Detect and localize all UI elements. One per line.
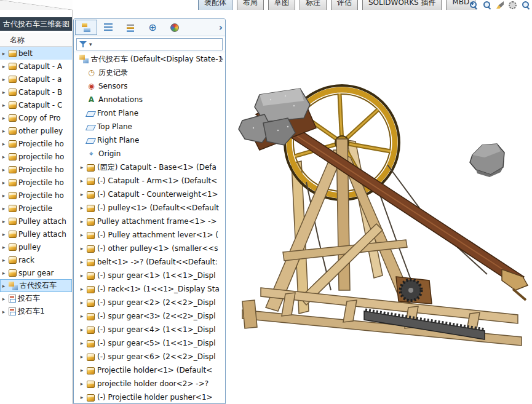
zoom-in-icon[interactable]	[469, 1, 478, 9]
feature-tree-row[interactable]: Front Plane	[74, 106, 225, 120]
ribbon-tab[interactable]: 标注	[300, 0, 327, 10]
file-row[interactable]: pulley	[0, 240, 72, 253]
expand-arrow-icon[interactable]	[1, 128, 7, 134]
search-icon[interactable]	[522, 1, 530, 9]
file-row[interactable]: 投石车1	[0, 305, 72, 318]
file-row[interactable]: Copy of Pro	[0, 111, 72, 124]
scroll-up-icon[interactable]	[220, 55, 223, 61]
expand-arrow-icon[interactable]	[1, 257, 7, 263]
file-row[interactable]: Catapult - a	[0, 73, 72, 85]
feature-tree-row[interactable]: (-) Catapult - Counterweight<1>	[74, 188, 225, 201]
feature-tree-row[interactable]: 历史记录	[74, 66, 225, 79]
file-row[interactable]: other pulley	[0, 124, 72, 137]
expand-arrow-icon[interactable]	[79, 299, 85, 306]
file-row[interactable]: rack	[0, 253, 72, 266]
file-list-header[interactable]: 名称	[0, 33, 72, 47]
tab-propertymanager[interactable]	[97, 20, 119, 35]
expand-arrow-icon[interactable]	[1, 309, 7, 315]
expand-arrow-icon[interactable]	[1, 167, 7, 173]
file-row[interactable]: Pulley attach	[0, 215, 72, 228]
file-row[interactable]: Pulley attach	[0, 228, 72, 240]
ribbon-tab[interactable]: 布局	[237, 0, 264, 10]
expand-arrow-icon[interactable]	[79, 272, 85, 279]
feature-tree-row[interactable]: projectile holder door<2> ->?	[74, 377, 225, 390]
edit-icon[interactable]	[496, 1, 504, 9]
tree-filter-input[interactable]	[76, 38, 223, 50]
file-row[interactable]: projectile ho	[0, 150, 72, 163]
expand-arrow-icon[interactable]	[1, 192, 7, 199]
expand-arrow-icon[interactable]	[79, 178, 85, 184]
tab-configurationmanager[interactable]	[119, 20, 141, 35]
expand-arrow-icon[interactable]	[79, 354, 85, 360]
expand-arrow-icon[interactable]	[1, 76, 7, 82]
expand-arrow-icon[interactable]	[1, 296, 7, 302]
expand-arrow-icon[interactable]	[1, 102, 7, 108]
file-row[interactable]: Projectile ho	[0, 176, 72, 189]
zoom-to-area-icon[interactable]	[483, 1, 491, 9]
feature-tree-row[interactable]: (-) Catapult - Arm<1> (Default<	[74, 174, 225, 188]
expand-arrow-icon[interactable]	[1, 205, 7, 212]
expand-arrow-icon[interactable]	[79, 394, 85, 400]
tab-featuremanager-tree[interactable]	[75, 20, 97, 35]
tab-displaymanager[interactable]	[164, 20, 186, 35]
feature-tree-row[interactable]: (-) spur gear<1> (1<<1>_Displ	[74, 269, 225, 282]
feature-tree-row[interactable]: Right Plane	[74, 133, 225, 147]
feature-tree-row[interactable]: Top Plane	[74, 120, 225, 133]
file-row[interactable]: Catapult - A	[0, 60, 72, 73]
feature-tree-row[interactable]: (-) spur gear<2> (2<<2>_Displ	[74, 296, 225, 309]
feature-tree-row[interactable]: (-) Pulley attachment lever<1> (	[74, 228, 225, 242]
expand-arrow-icon[interactable]	[79, 191, 85, 197]
expand-arrow-icon[interactable]	[79, 327, 85, 333]
expand-arrow-icon[interactable]	[1, 154, 7, 160]
feature-tree-row[interactable]: (-) Projectile holder pusher<1>	[74, 390, 225, 404]
expand-arrow-icon[interactable]	[1, 180, 7, 186]
panel-expand-chevron-icon[interactable]	[219, 22, 223, 33]
feature-tree-row[interactable]: (-) spur gear<5> (1<<1>_Displ	[74, 336, 225, 350]
ribbon-tab[interactable]: 草图	[268, 0, 295, 10]
expand-arrow-icon[interactable]	[79, 205, 85, 211]
feature-tree-row[interactable]: Pulley attachment frame<1> ->	[74, 215, 225, 228]
file-row[interactable]: Projectile ho	[0, 163, 72, 176]
expand-arrow-icon[interactable]	[1, 283, 7, 289]
expand-arrow-icon[interactable]	[79, 164, 85, 170]
expand-arrow-icon[interactable]	[79, 313, 85, 319]
file-row[interactable]: Projectile ho	[0, 189, 72, 202]
ribbon-tab[interactable]: 装配体	[198, 0, 232, 10]
expand-arrow-icon[interactable]	[79, 286, 85, 292]
feature-tree-row[interactable]: Sensors	[74, 79, 225, 93]
expand-arrow-icon[interactable]	[1, 218, 7, 224]
expand-arrow-icon[interactable]	[79, 367, 85, 373]
file-row[interactable]: 投石车	[0, 292, 72, 305]
feature-tree-row[interactable]: (-) other pulley<1> (smaller<<s	[74, 242, 225, 255]
expand-arrow-icon[interactable]	[79, 381, 85, 387]
feature-tree-row[interactable]: Origin	[74, 147, 225, 160]
expand-arrow-icon[interactable]	[1, 50, 7, 57]
feature-tree-row[interactable]: (-) spur gear<4> (1<<1>_Displ	[74, 323, 225, 336]
ribbon-tab[interactable]: 评估	[331, 0, 358, 10]
file-row[interactable]: Catapult - B	[0, 85, 72, 98]
file-row[interactable]: spur gear	[0, 266, 72, 279]
expand-arrow-icon[interactable]	[79, 259, 85, 265]
tab-dimxpert[interactable]	[141, 20, 164, 35]
feature-tree-row[interactable]: (-) rack<1> (1<<1>_Display Sta	[74, 282, 225, 296]
feature-tree-row[interactable]: (-) pulley<1> (Default<<Default	[74, 201, 225, 215]
assembly-root-node[interactable]: 古代投石车 (Default<Display State-1	[74, 52, 225, 66]
feature-tree-row[interactable]: (固定) Catapult - Base<1> (Defa	[74, 160, 225, 174]
file-row[interactable]: Projectile ho	[0, 137, 72, 150]
file-row[interactable]: belt	[0, 47, 72, 60]
expand-arrow-icon[interactable]	[1, 244, 7, 250]
expand-arrow-icon[interactable]	[79, 218, 85, 224]
expand-arrow-icon[interactable]	[1, 141, 7, 147]
expand-arrow-icon[interactable]	[1, 63, 7, 69]
filter-dropdown-icon[interactable]	[89, 41, 92, 47]
feature-tree-row[interactable]: belt<1> ->? (Default<<Default:	[74, 255, 225, 269]
feature-tree-row[interactable]: Annotations	[74, 93, 225, 106]
file-row[interactable]: Catapult - C	[0, 98, 72, 111]
file-row[interactable]: Projectile	[0, 202, 72, 215]
expand-arrow-icon[interactable]	[1, 270, 7, 276]
feature-tree-row[interactable]: Projectile holder<1> (Default<	[74, 363, 225, 377]
expand-arrow-icon[interactable]	[1, 89, 7, 95]
feature-tree-row[interactable]: (-) spur gear<6> (2<<2>_Displ	[74, 350, 225, 363]
expand-arrow-icon[interactable]	[1, 231, 7, 237]
ribbon-tab[interactable]: SOLIDWORKS 插件	[362, 0, 442, 10]
